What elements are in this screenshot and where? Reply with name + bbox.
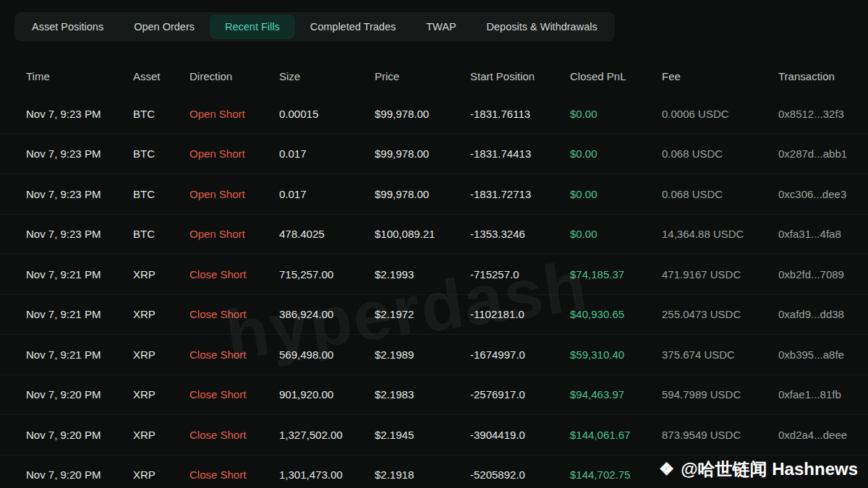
cell-direction: Close Short bbox=[190, 308, 279, 320]
cell-direction: Close Short bbox=[190, 348, 279, 361]
cell-start-position: -1831.74413 bbox=[470, 147, 570, 160]
cell-price: $100,089.21 bbox=[375, 228, 470, 240]
tab-bar: Asset PositionsOpen OrdersRecent FillsCo… bbox=[14, 12, 615, 41]
cell-size: 0.017 bbox=[279, 188, 375, 200]
cell-transaction[interactable]: 0x287d...abb1 bbox=[778, 147, 868, 160]
cell-fee: 471.9167 USDC bbox=[662, 268, 778, 281]
cell-transaction[interactable]: 0xafd9...dd38 bbox=[778, 308, 868, 320]
column-header-start-position: Start Position bbox=[470, 70, 570, 82]
tab-twap[interactable]: TWAP bbox=[411, 14, 471, 39]
cell-start-position: -2576917.0 bbox=[470, 388, 570, 401]
table-row: Nov 7, 9:21 PMXRPClose Short386,924.00$2… bbox=[0, 294, 868, 335]
hashnews-credit-text: @哈世链闻 Hashnews bbox=[681, 458, 858, 481]
cell-closed-pnl: $0.00 bbox=[570, 108, 662, 120]
cell-size: 478.4025 bbox=[279, 228, 375, 240]
cell-start-position: -5205892.0 bbox=[470, 468, 570, 481]
hashnews-logo-icon: ❖ bbox=[659, 461, 675, 478]
cell-size: 569,498.00 bbox=[279, 348, 375, 361]
cell-price: $99,978.00 bbox=[375, 147, 470, 160]
cell-asset: BTC bbox=[133, 228, 190, 240]
cell-start-position: -1831.76113 bbox=[470, 108, 570, 120]
table-row: Nov 7, 9:23 PMBTCOpen Short0.00015$99,97… bbox=[0, 94, 868, 134]
cell-size: 0.017 bbox=[279, 147, 375, 160]
cell-time: Nov 7, 9:20 PM bbox=[26, 388, 133, 401]
column-header-size: Size bbox=[279, 70, 375, 82]
cell-closed-pnl: $0.00 bbox=[570, 228, 662, 240]
tab-completed-trades[interactable]: Completed Trades bbox=[295, 14, 411, 39]
column-header-asset: Asset bbox=[133, 70, 190, 82]
cell-asset: BTC bbox=[133, 188, 190, 200]
cell-direction: Open Short bbox=[190, 147, 279, 160]
cell-transaction[interactable]: 0xb2fd...7089 bbox=[778, 268, 868, 281]
cell-fee: 14,364.88 USDC bbox=[662, 228, 778, 240]
cell-asset: XRP bbox=[133, 348, 190, 361]
cell-time: Nov 7, 9:23 PM bbox=[26, 228, 133, 240]
table-header: TimeAssetDirectionSizePriceStart Positio… bbox=[0, 58, 868, 94]
cell-asset: XRP bbox=[133, 268, 190, 281]
cell-closed-pnl: $0.00 bbox=[570, 147, 662, 160]
cell-transaction[interactable]: 0xfae1...81fb bbox=[778, 388, 868, 401]
cell-asset: XRP bbox=[133, 468, 190, 481]
cell-size: 1,327,502.00 bbox=[279, 429, 375, 441]
cell-price: $2.1993 bbox=[375, 268, 470, 281]
cell-transaction[interactable]: 0xc306...dee3 bbox=[778, 188, 868, 200]
cell-price: $2.1945 bbox=[375, 429, 470, 441]
cell-start-position: -715257.0 bbox=[470, 268, 570, 281]
cell-price: $2.1972 bbox=[375, 308, 470, 320]
cell-closed-pnl: $74,185.37 bbox=[570, 268, 662, 281]
cell-asset: BTC bbox=[133, 108, 190, 120]
cell-time: Nov 7, 9:21 PM bbox=[26, 268, 133, 281]
cell-size: 1,301,473.00 bbox=[279, 468, 375, 481]
hashnews-watermark: ❖ @哈世链闻 Hashnews bbox=[659, 458, 858, 481]
cell-start-position: -1831.72713 bbox=[470, 188, 570, 200]
cell-direction: Close Short bbox=[190, 429, 279, 441]
column-header-price: Price bbox=[375, 70, 470, 82]
cell-price: $99,978.00 bbox=[375, 108, 470, 120]
cell-transaction[interactable]: 0x8512...32f3 bbox=[778, 108, 868, 120]
cell-size: 715,257.00 bbox=[279, 268, 375, 281]
cell-transaction[interactable]: 0xd2a4...deee bbox=[778, 429, 868, 441]
cell-price: $2.1989 bbox=[375, 348, 470, 361]
cell-closed-pnl: $59,310.40 bbox=[570, 348, 662, 361]
cell-fee: 375.674 USDC bbox=[662, 348, 778, 361]
cell-fee: 873.9549 USDC bbox=[662, 429, 778, 441]
cell-closed-pnl: $40,930.65 bbox=[570, 308, 662, 320]
tab-asset-positions[interactable]: Asset Positions bbox=[17, 14, 119, 39]
cell-transaction[interactable]: 0xfa31...4fa8 bbox=[778, 228, 868, 240]
cell-direction: Open Short bbox=[190, 108, 279, 120]
table-row: Nov 7, 9:23 PMBTCOpen Short478.4025$100,… bbox=[0, 214, 868, 254]
recent-fills-table: TimeAssetDirectionSizePriceStart Positio… bbox=[0, 58, 868, 488]
table-body: Nov 7, 9:23 PMBTCOpen Short0.00015$99,97… bbox=[0, 94, 868, 488]
tab-deposits-withdrawals[interactable]: Deposits & Withdrawals bbox=[472, 14, 613, 39]
table-row: Nov 7, 9:21 PMXRPClose Short569,498.00$2… bbox=[0, 334, 868, 374]
cell-asset: XRP bbox=[133, 429, 190, 441]
column-header-closed-pnl: Closed PnL bbox=[570, 70, 662, 82]
cell-transaction[interactable]: 0xb395...a8fe bbox=[778, 348, 868, 361]
cell-time: Nov 7, 9:23 PM bbox=[26, 108, 133, 120]
cell-fee: 255.0473 USDC bbox=[662, 308, 778, 320]
table-row: Nov 7, 9:20 PMXRPClose Short1,327,502.00… bbox=[0, 414, 868, 455]
cell-asset: XRP bbox=[133, 308, 190, 320]
cell-fee: 594.7989 USDC bbox=[662, 388, 778, 401]
tab-recent-fills[interactable]: Recent Fills bbox=[210, 14, 295, 39]
cell-price: $2.1983 bbox=[375, 388, 470, 401]
table-row: Nov 7, 9:23 PMBTCOpen Short0.017$99,978.… bbox=[0, 134, 868, 174]
cell-closed-pnl: $144,702.75 bbox=[570, 468, 662, 481]
cell-price: $99,978.00 bbox=[375, 188, 470, 200]
cell-direction: Open Short bbox=[190, 228, 279, 240]
cell-size: 0.00015 bbox=[279, 108, 375, 120]
table-row: Nov 7, 9:21 PMXRPClose Short715,257.00$2… bbox=[0, 254, 868, 294]
tab-open-orders[interactable]: Open Orders bbox=[119, 14, 210, 39]
cell-time: Nov 7, 9:20 PM bbox=[26, 429, 133, 441]
cell-time: Nov 7, 9:21 PM bbox=[26, 308, 133, 320]
column-header-direction: Direction bbox=[190, 70, 279, 82]
cell-start-position: -1353.3246 bbox=[470, 228, 570, 240]
cell-start-position: -3904419.0 bbox=[470, 429, 570, 441]
cell-time: Nov 7, 9:23 PM bbox=[26, 147, 133, 160]
cell-asset: BTC bbox=[133, 147, 190, 160]
cell-size: 386,924.00 bbox=[279, 308, 375, 320]
table-row: Nov 7, 9:23 PMBTCOpen Short0.017$99,978.… bbox=[0, 174, 868, 214]
cell-time: Nov 7, 9:23 PM bbox=[26, 188, 133, 200]
cell-time: Nov 7, 9:20 PM bbox=[26, 468, 133, 481]
cell-closed-pnl: $0.00 bbox=[570, 188, 662, 200]
